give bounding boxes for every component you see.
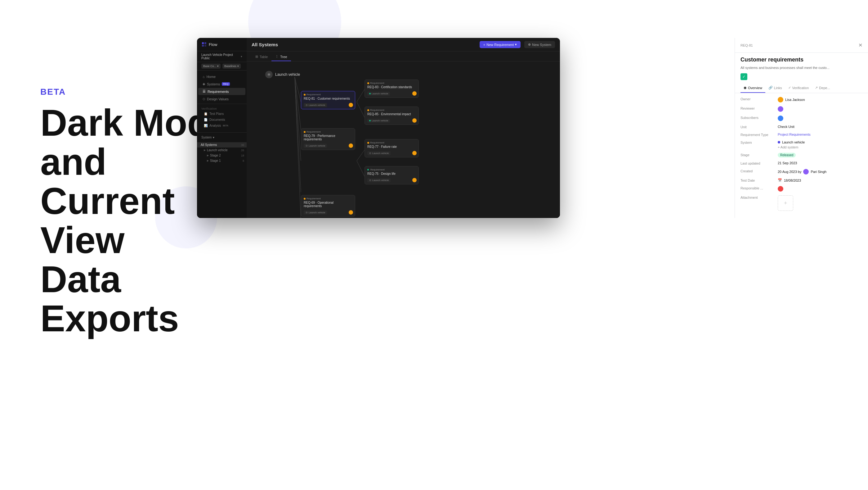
baselines-button[interactable]: Baselines ▾ xyxy=(222,64,241,68)
new-req-chevron-icon: ▾ xyxy=(515,42,517,47)
home-icon: ⌂ xyxy=(203,75,205,79)
attachment-add-button[interactable]: + xyxy=(778,195,793,211)
svg-rect-2 xyxy=(202,45,204,47)
panel-tab-verification[interactable]: ✓ Verification xyxy=(785,83,812,93)
panel-tab-links[interactable]: 🔗 Links xyxy=(765,83,785,93)
req-card-81[interactable]: Requirement REQ-81 · Customer requiremen… xyxy=(301,91,355,109)
attachment-label: Attachment xyxy=(741,195,775,199)
unit-label: Unit xyxy=(741,125,775,129)
panel-tabs: ◉ Overview 🔗 Links ✓ Verification ↗ Depe… xyxy=(735,83,868,93)
verification-icon: ✓ xyxy=(788,86,791,90)
app-title: Flow xyxy=(209,42,217,47)
card-system-69: ⊙ Launch vehicle xyxy=(304,210,327,214)
sidebar-item-design-values[interactable]: ◇ Design Values xyxy=(198,95,245,103)
svg-line-12 xyxy=(357,161,365,176)
dot-icon-85 xyxy=(367,109,369,111)
dot-icon-79 xyxy=(304,131,306,133)
panel-body: Owner Lisa Jackson Reviewer Subscribers … xyxy=(735,93,868,218)
req-card-85[interactable]: Requirement REQ-85 · Environmental impac… xyxy=(365,107,419,125)
svg-point-14 xyxy=(268,74,270,75)
last-updated-value: 21 Sep 2023 xyxy=(778,161,797,165)
sidebar-item-requirements[interactable]: ☰ Requirements xyxy=(198,88,245,95)
svg-line-6 xyxy=(295,77,301,161)
system-label: System xyxy=(741,140,775,144)
reviewer-value xyxy=(778,106,783,112)
tree-item-stage2[interactable]: ▶ Stage 2 18 xyxy=(197,153,247,158)
card-system-77: ⊙ Launch vehicle xyxy=(367,151,391,155)
responsible-label: Responsible ... xyxy=(741,186,775,190)
close-button[interactable]: ✕ xyxy=(858,42,862,48)
field-owner: Owner Lisa Jackson xyxy=(741,97,862,103)
add-system-link[interactable]: + Add system xyxy=(778,145,805,149)
dot-icon-69 xyxy=(304,198,306,200)
owner-value: Lisa Jackson xyxy=(778,97,805,103)
req-card-83[interactable]: Requirement REQ-83 · Certification stand… xyxy=(365,80,419,98)
svg-rect-0 xyxy=(202,42,204,44)
system-value: Launch vehicle xyxy=(778,140,805,144)
panel-title: Customer requirements xyxy=(735,53,868,65)
all-systems-count: 36 xyxy=(241,143,244,147)
req-card-79[interactable]: Requirement REQ-79 · Performance require… xyxy=(301,128,355,150)
overview-icon: ◉ xyxy=(744,86,747,90)
tree-item-launch-vehicle[interactable]: ▶ Launch vehicle 26 xyxy=(197,147,247,153)
reviewer-label: Reviewer xyxy=(741,106,775,110)
app-window: Flow Launch Vehicle Project Public ▾ Bas… xyxy=(197,38,560,218)
flow-icon xyxy=(202,41,207,47)
system-selector[interactable]: System ▾ xyxy=(197,134,247,141)
tree-canvas: Launch vehicle Requirement REQ-81 · Cust… xyxy=(247,61,560,218)
card-title-79: REQ-79 · Performance requirements xyxy=(304,134,352,141)
project-chevron-icon: ▾ xyxy=(241,55,242,58)
tree-item-all-systems[interactable]: All Systems 36 xyxy=(197,142,247,147)
tree-arrow-lv: ▶ xyxy=(204,149,206,151)
tab-table[interactable]: ⊞ Table xyxy=(252,53,272,61)
tree-arrow-s2: ▶ xyxy=(207,154,209,157)
subscribers-avatar xyxy=(778,116,783,121)
sidebar-item-test-plans[interactable]: 📋 Test Plans xyxy=(197,111,247,117)
sidebar-header: Flow xyxy=(197,38,247,51)
req-type-value[interactable]: Project Requirements xyxy=(778,133,811,136)
sidebar-item-home[interactable]: ⌂ Home xyxy=(198,73,245,80)
card-title-77: REQ-77 · Failure rate xyxy=(367,145,416,148)
panel-tab-depe[interactable]: ↗ Depe... xyxy=(812,83,833,93)
new-system-button[interactable]: ⊕ New System xyxy=(524,41,555,48)
test-plans-icon: 📋 xyxy=(204,112,208,116)
stage-label: Stage xyxy=(741,153,775,157)
sidebar-nav: ⌂ Home ◈ Systems REQ ☰ Requirements ◇ De… xyxy=(197,70,247,131)
field-reviewer: Reviewer xyxy=(741,106,862,112)
card-title-85: REQ-85 · Environmental impact xyxy=(367,112,416,116)
avatar-85 xyxy=(412,118,416,123)
card-system-75: ⊙ Launch vehicle xyxy=(367,178,391,182)
panel-tab-overview[interactable]: ◉ Overview xyxy=(741,83,765,93)
svg-line-4 xyxy=(295,77,301,102)
tab-tree[interactable]: ⋮ Tree xyxy=(272,53,291,61)
sidebar-item-analysis[interactable]: 📊 Analysis BETA xyxy=(197,123,247,128)
base-co-button[interactable]: Base Co... ▾ xyxy=(202,64,221,68)
avatar-69 xyxy=(349,210,353,214)
new-requirement-button[interactable]: + New Requirement ▾ xyxy=(479,41,521,48)
req-card-77[interactable]: Requirement REQ-77 · Failure rate ⊙ Laun… xyxy=(365,139,419,157)
svg-rect-3 xyxy=(205,45,206,47)
req-card-69[interactable]: Requirement REQ-69 · Operational require… xyxy=(301,195,355,217)
all-systems-label: All Systems xyxy=(201,143,217,147)
field-stage: Stage Released xyxy=(741,153,862,157)
card-system-81: ⊙ Launch vehicle xyxy=(304,103,327,107)
links-icon: 🔗 xyxy=(768,86,773,90)
panel-description: All systems and business processes shall… xyxy=(735,65,868,73)
req-card-75[interactable]: Requirement REQ-75 · Design life ⊙ Launc… xyxy=(365,166,419,184)
card-label-81: Requirement xyxy=(304,93,352,96)
systems-icon: ◈ xyxy=(203,82,205,86)
avatar-75 xyxy=(412,178,416,182)
right-panel: REQ-81 ✕ Customer requirements All syste… xyxy=(735,38,868,218)
tree-item-stage1[interactable]: ▶ Stage 1 8 xyxy=(197,158,247,163)
avatar-83 xyxy=(412,91,416,96)
card-system-79: ⊙ Launch vehicle xyxy=(304,144,327,148)
svg-line-9 xyxy=(357,89,365,102)
depe-icon: ↗ xyxy=(815,86,818,90)
project-selector[interactable]: Launch Vehicle Project Public ▾ xyxy=(197,51,247,62)
main-toolbar: All Systems + New Requirement ▾ ⊕ New Sy… xyxy=(247,38,560,52)
svg-line-10 xyxy=(357,102,365,117)
test-date-label: Test Date xyxy=(741,178,775,182)
sidebar-item-systems[interactable]: ◈ Systems REQ xyxy=(198,80,245,88)
sidebar-item-documents[interactable]: 📄 Documents xyxy=(197,117,247,123)
card-title-83: REQ-83 · Certification standards xyxy=(367,85,416,89)
